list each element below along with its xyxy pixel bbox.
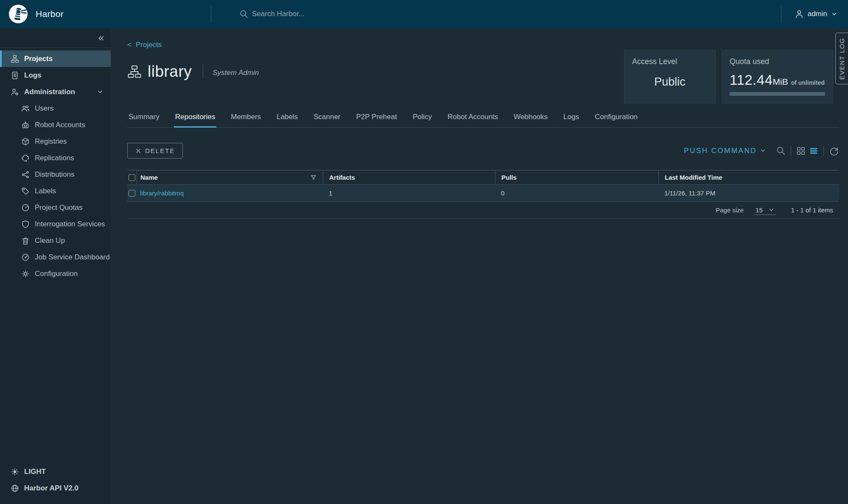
breadcrumb[interactable]: < Projects bbox=[127, 28, 162, 49]
tab-labels[interactable]: Labels bbox=[275, 113, 299, 128]
sidebar-item-label: Configuration bbox=[35, 270, 78, 278]
summary-cards: Access Level Public Quota used 112.44 Mi… bbox=[624, 49, 833, 103]
harbor-logo-icon bbox=[8, 4, 28, 24]
sidebar-item-labels[interactable]: Labels bbox=[0, 183, 111, 199]
tab-members[interactable]: Members bbox=[229, 113, 262, 128]
cell-artifacts: 1 bbox=[323, 189, 495, 197]
filter-search-icon[interactable] bbox=[776, 146, 786, 156]
sidebar-item-clean-up[interactable]: Clean Up bbox=[0, 232, 111, 249]
brand-title: Harbor bbox=[36, 9, 64, 19]
tab-logs[interactable]: Logs bbox=[562, 113, 580, 128]
dashboard-icon bbox=[21, 253, 30, 262]
administration-icon bbox=[11, 88, 19, 96]
event-log-tab[interactable]: EVENT LOG bbox=[835, 33, 848, 84]
select-all-checkbox[interactable] bbox=[129, 174, 135, 181]
sidebar-item-projects[interactable]: Projects bbox=[0, 50, 111, 67]
sidebar-item-users[interactable]: Users bbox=[0, 100, 111, 117]
column-artifacts: Artifacts bbox=[323, 170, 495, 184]
sidebar-item-label: Interrogation Services bbox=[35, 220, 105, 228]
brand[interactable]: Harbor bbox=[0, 0, 211, 28]
users-icon bbox=[21, 104, 30, 113]
sidebar-item-label: Job Service Dashboard bbox=[35, 253, 110, 262]
cell-pulls: 0 bbox=[495, 189, 658, 197]
quota-card: Quota used 112.44 MiB of unlimited bbox=[722, 50, 833, 103]
search-input[interactable] bbox=[252, 10, 430, 18]
tab-p2p-preheat[interactable]: P2P Preheat bbox=[355, 113, 398, 128]
sidebar-item-logs[interactable]: Logs bbox=[0, 67, 111, 84]
theme-toggle-light[interactable]: LIGHT bbox=[0, 463, 111, 480]
sidebar-item-distributions[interactable]: Distributions bbox=[0, 166, 111, 183]
sidebar-collapse-row: « bbox=[0, 28, 111, 48]
user-menu[interactable]: admin bbox=[781, 5, 848, 23]
sidebar-item-administration[interactable]: Administration bbox=[0, 84, 111, 100]
sidebar-item-project-quotas[interactable]: Project Quotas bbox=[0, 199, 111, 216]
quota-limit: of unlimited bbox=[791, 79, 825, 86]
tab-repositories[interactable]: Repositories bbox=[174, 113, 217, 128]
cloud-icon bbox=[21, 154, 30, 162]
cube-icon bbox=[21, 137, 30, 146]
table-row: library/rabbitmq 1 0 1/11/26, 11:37 PM bbox=[127, 184, 839, 202]
quota-progress-bar bbox=[730, 92, 825, 96]
sidebar-footer: LIGHT Harbor API V2.0 bbox=[0, 463, 111, 504]
user-name: admin bbox=[808, 10, 827, 18]
projects-icon bbox=[11, 55, 19, 63]
column-pulls: Pulls bbox=[495, 170, 658, 184]
table-footer: Page size 15 1 - 1 of 1 items bbox=[127, 202, 839, 219]
sidebar-item-configuration[interactable]: Configuration bbox=[0, 265, 111, 282]
chevron-down-icon bbox=[769, 207, 774, 213]
push-command-dropdown[interactable]: PUSH COMMAND bbox=[684, 147, 766, 155]
sidebar-item-label: Projects bbox=[24, 55, 53, 63]
user-icon bbox=[794, 9, 804, 19]
sidebar-item-label: Labels bbox=[35, 187, 56, 195]
theme-label: LIGHT bbox=[24, 468, 46, 476]
page-size-select[interactable]: 15 bbox=[754, 206, 776, 215]
sidebar: « Projects Logs Administration bbox=[0, 28, 111, 504]
tab-scanner[interactable]: Scanner bbox=[312, 113, 341, 128]
delete-button[interactable]: DELETE bbox=[127, 143, 183, 159]
repositories-table: Name Artifacts Pulls Last Modified Time … bbox=[127, 170, 839, 219]
sidebar-item-api-docs[interactable]: Harbor API V2.0 bbox=[0, 480, 111, 496]
repo-toolbar: DELETE PUSH COMMAND bbox=[127, 143, 839, 159]
sidebar-item-label: Project Quotas bbox=[35, 203, 82, 212]
robot-icon bbox=[21, 121, 30, 129]
page-title: library bbox=[148, 63, 192, 81]
list-view-icon[interactable] bbox=[809, 146, 818, 156]
tab-webhooks[interactable]: Webhooks bbox=[512, 113, 549, 128]
chevron-down-icon bbox=[97, 89, 103, 95]
globe-icon bbox=[11, 484, 19, 493]
column-filter-icon[interactable] bbox=[311, 175, 316, 181]
delete-label: DELETE bbox=[145, 147, 175, 154]
tab-configuration[interactable]: Configuration bbox=[593, 113, 639, 128]
gear-icon bbox=[21, 270, 30, 278]
sidebar-item-interrogation-services[interactable]: Interrogation Services bbox=[0, 216, 111, 232]
breadcrumb-label: Projects bbox=[136, 41, 162, 49]
title-divider bbox=[203, 64, 203, 79]
tab-robot-accounts[interactable]: Robot Accounts bbox=[446, 113, 499, 128]
close-icon bbox=[135, 148, 141, 154]
project-title-block: library System Admin bbox=[127, 49, 259, 81]
trash-icon bbox=[21, 237, 30, 245]
tag-icon bbox=[21, 187, 30, 195]
access-level-card: Access Level Public bbox=[624, 50, 716, 103]
share-icon bbox=[21, 170, 30, 179]
refresh-icon[interactable] bbox=[829, 146, 839, 156]
card-view-icon[interactable] bbox=[796, 146, 806, 156]
sidebar-item-replications[interactable]: Replications bbox=[0, 150, 111, 166]
collapse-sidebar-icon[interactable]: « bbox=[98, 33, 104, 43]
main-content: < Projects library System Admin Access L… bbox=[111, 28, 848, 504]
sidebar-item-label: Replications bbox=[35, 154, 74, 162]
tab-policy[interactable]: Policy bbox=[411, 113, 433, 128]
row-checkbox[interactable] bbox=[129, 190, 135, 197]
sidebar-item-label: Users bbox=[35, 104, 53, 113]
sidebar-item-robot-accounts[interactable]: Robot Accounts bbox=[0, 117, 111, 133]
column-name: Name bbox=[140, 174, 158, 181]
administration-submenu: Users Robot Accounts Registries bbox=[0, 100, 111, 282]
toolbar-divider bbox=[791, 146, 791, 156]
repository-link[interactable]: library/rabbitmq bbox=[140, 189, 184, 197]
sidebar-item-label: Registries bbox=[35, 137, 67, 146]
sidebar-item-label: Clean Up bbox=[35, 237, 65, 245]
column-last-modified: Last Modified Time bbox=[658, 170, 839, 184]
tab-summary[interactable]: Summary bbox=[127, 113, 161, 128]
sidebar-item-registries[interactable]: Registries bbox=[0, 133, 111, 150]
sidebar-item-job-service-dashboard[interactable]: Job Service Dashboard bbox=[0, 249, 111, 265]
